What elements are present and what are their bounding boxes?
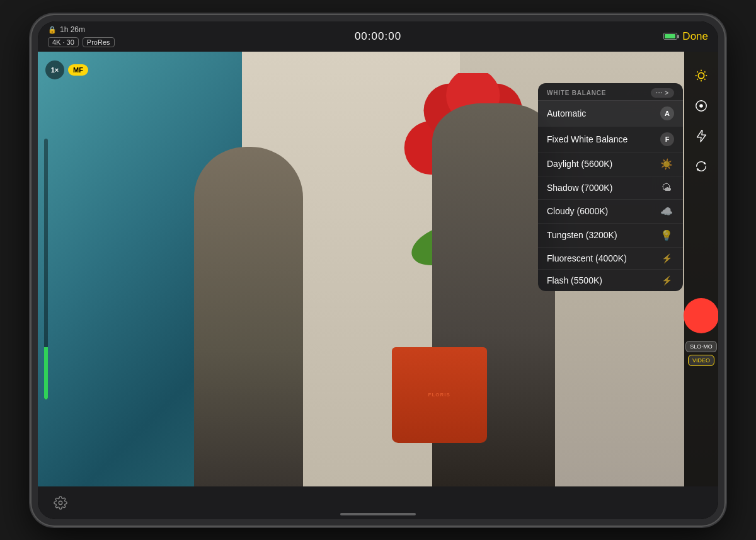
video-mode-badge[interactable]: VIDEO: [688, 355, 714, 366]
camera-overlay: 1× MF: [38, 52, 718, 486]
lock-time-row: 🔒 1h 26m: [48, 25, 115, 34]
svg-line-16: [704, 79, 705, 79]
home-indicator: [340, 513, 416, 515]
battery-fill: [665, 34, 675, 38]
slow-motion-badge[interactable]: SLO-MO: [685, 341, 717, 352]
record-button[interactable]: [684, 298, 718, 333]
format-badges: 4K · 30 ProRes: [48, 37, 115, 47]
lock-icon: 🔒: [48, 26, 57, 34]
timer-display: 00:00:00: [355, 30, 401, 43]
battery-time: 1h 26m: [60, 25, 85, 34]
svg-point-21: [59, 501, 62, 505]
done-button[interactable]: Done: [682, 30, 708, 43]
svg-point-20: [699, 104, 703, 108]
top-bar: 🔒 1h 26m 4K · 30 ProRes 00:00:00 Done: [38, 21, 718, 52]
format-resolution-badge[interactable]: 4K · 30: [48, 37, 79, 47]
exposure-button[interactable]: [689, 63, 714, 88]
svg-line-18: [704, 71, 705, 72]
camera-scene: FLORIS WHITE BALANCE WHITE BALANCE ··· >…: [38, 52, 718, 486]
settings-button[interactable]: [50, 493, 71, 513]
battery-indicator: [663, 33, 677, 40]
flash-button[interactable]: [689, 124, 714, 149]
liveaction-button[interactable]: [689, 154, 714, 179]
svg-point-10: [698, 72, 704, 78]
right-controls-panel: SLO-MO VIDEO: [684, 52, 718, 486]
screen: 🔒 1h 26m 4K · 30 ProRes 00:00:00 Done: [38, 21, 718, 519]
svg-line-17: [697, 79, 698, 79]
timer-button[interactable]: [689, 93, 714, 118]
zoom-badge[interactable]: 1×: [45, 60, 64, 79]
focus-mode-badge[interactable]: MF: [68, 64, 88, 76]
histogram: [44, 139, 48, 399]
ipad-device-frame: 🔒 1h 26m 4K · 30 ProRes 00:00:00 Done: [32, 15, 724, 526]
top-bar-left: 🔒 1h 26m 4K · 30 ProRes: [48, 25, 115, 47]
format-codec-badge[interactable]: ProRes: [83, 37, 115, 47]
histogram-fill: [44, 347, 48, 399]
camera-viewfinder: FLORIS WHITE BALANCE WHITE BALANCE ··· >…: [38, 52, 718, 486]
top-left-controls: 1× MF: [45, 60, 88, 79]
svg-line-15: [697, 71, 698, 72]
top-bar-right: Done: [663, 30, 708, 43]
